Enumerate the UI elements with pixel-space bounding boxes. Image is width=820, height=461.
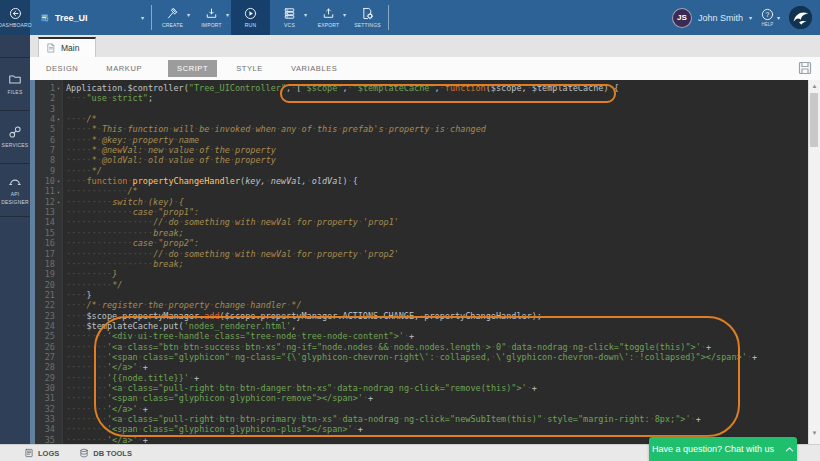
fold-marker-icon[interactable]: ▾ — [55, 187, 62, 197]
fold-marker-icon[interactable]: ▾ — [55, 83, 62, 93]
line-number[interactable]: 14 — [35, 217, 62, 227]
line-number[interactable]: 2 — [35, 93, 62, 103]
code-line[interactable]: 33········'<a·class="pull-right·btn·btn-… — [35, 414, 809, 424]
code-line[interactable]: 6·····*·@key:·property·name — [35, 135, 809, 145]
save-button[interactable] — [797, 60, 813, 80]
line-number[interactable]: 32 — [35, 404, 62, 414]
toolbar-button-settings[interactable]: SETTINGS — [348, 0, 387, 35]
code-line[interactable]: 10▾····function·propertyChangeHandler(ke… — [35, 176, 809, 186]
line-number[interactable]: 6 — [35, 135, 62, 145]
line-number[interactable]: 11▾ — [35, 186, 62, 196]
line-number[interactable]: 5 — [35, 124, 62, 134]
toolbar-button-export[interactable]: EXPORT▾ — [309, 0, 348, 35]
line-number[interactable]: 12▾ — [35, 197, 62, 207]
line-number[interactable]: 4▾ — [35, 114, 62, 124]
code-line[interactable]: 34········'<span·class="glyphicon·glyphi… — [35, 424, 809, 434]
code-line[interactable]: 27········'<span·class="glyphicon"·ng-cl… — [35, 352, 809, 362]
code-line[interactable]: 18·················break; — [35, 259, 809, 269]
line-number[interactable]: 24 — [35, 321, 62, 331]
code-line[interactable]: 8·····*·@oldVal:·old·value·of·the·proper… — [35, 155, 809, 165]
code-line[interactable]: 19·········} — [35, 269, 809, 279]
code-line[interactable]: 22····/*·register·the·property·change·ha… — [35, 300, 809, 310]
code-line[interactable]: 30········'<a·class="pull-right·btn·btn-… — [35, 383, 809, 393]
line-number[interactable]: 28 — [35, 362, 62, 372]
line-number[interactable]: 21 — [35, 290, 62, 300]
code-line[interactable]: 14·················//·do·something·with·… — [35, 217, 809, 227]
line-number[interactable]: 27 — [35, 352, 62, 362]
editor-scrollbar[interactable]: ▲ ▼ — [808, 80, 820, 444]
tab-main[interactable]: Main — [38, 37, 96, 57]
line-number[interactable]: 34 — [35, 424, 62, 434]
line-number[interactable]: 3 — [35, 104, 62, 114]
code-line[interactable]: 29········'{{node.title}}'·+ — [35, 373, 809, 383]
help-menu[interactable]: ? HELP ▾ — [761, 8, 780, 27]
line-number[interactable]: 25 — [35, 331, 62, 341]
line-number[interactable]: 35 — [35, 435, 62, 444]
code-line[interactable]: 23····$scope.propertyManager.add($scope.… — [35, 311, 809, 321]
user-menu[interactable]: JS John Smith ▾ — [672, 8, 752, 28]
code-line[interactable]: 31········'<span·class="glyphicon·glyphi… — [35, 393, 809, 403]
toolbar-button-vcs[interactable]: VCS▾ — [270, 0, 309, 35]
code-line[interactable]: 5·····*·This·function·will·be·invoked·wh… — [35, 124, 809, 134]
code-line[interactable]: 21····} — [35, 290, 809, 300]
code-line[interactable]: 11▾············/* — [35, 186, 809, 196]
toolbar-button-run[interactable]: RUN — [231, 0, 270, 35]
code-line[interactable]: 17·················//·do·something·with·… — [35, 249, 809, 259]
scrollbar-thumb[interactable] — [810, 93, 818, 147]
code-line[interactable]: 16·············case·"prop2": — [35, 238, 809, 248]
subtab-script[interactable]: SCRIPT — [168, 60, 217, 77]
code-editor[interactable]: 1▾Application.$controller("Tree_UIContro… — [30, 80, 820, 444]
code-line[interactable]: 13·············case·"prop1": — [35, 207, 809, 217]
statusbar-item-db-tools[interactable]: DB TOOLS — [79, 448, 132, 458]
line-number[interactable]: 23 — [35, 311, 62, 321]
toolbar-button-import[interactable]: IMPORT▾ — [192, 0, 231, 35]
scroll-down-icon[interactable]: ▼ — [809, 428, 820, 438]
line-number[interactable]: 10▾ — [35, 176, 62, 186]
line-number[interactable]: 29 — [35, 373, 62, 383]
fold-marker-icon[interactable]: ▾ — [55, 197, 62, 207]
code-line[interactable]: 2····"use·strict"; — [35, 93, 809, 103]
line-number[interactable]: 13 — [35, 207, 62, 217]
line-number[interactable]: 1▾ — [35, 83, 62, 93]
code-line[interactable]: 15·················break; — [35, 228, 809, 238]
subtab-variables[interactable]: VARIABLES — [289, 60, 340, 77]
subtab-design[interactable]: DESIGN — [44, 60, 80, 77]
chat-widget-button[interactable]: Have a question? Chat with us — [649, 437, 797, 461]
code-line[interactable]: 26········'<a·class="btn·btn-success·btn… — [35, 342, 809, 352]
code-line[interactable]: 24····$templateCache.put('nodes_renderer… — [35, 321, 809, 331]
code-line[interactable]: 9·····*/ — [35, 166, 809, 176]
dashboard-button[interactable]: DASHBOARD — [0, 0, 30, 35]
line-number[interactable]: 18 — [35, 259, 62, 269]
fold-marker-icon[interactable]: ▾ — [55, 114, 62, 124]
sidebar-item-api-designer[interactable]: API DESIGNER — [0, 164, 30, 217]
line-number[interactable]: 19 — [35, 269, 62, 279]
line-number[interactable]: 22 — [35, 300, 62, 310]
code-line[interactable]: 7·····*·@newVal:·new·value·of·the·proper… — [35, 145, 809, 155]
line-number[interactable]: 16 — [35, 238, 62, 248]
code-line[interactable]: 32········'</a>'·+ — [35, 404, 809, 414]
project-selector[interactable]: Tree_UI ▾ — [30, 0, 150, 35]
line-number[interactable]: 7 — [35, 145, 62, 155]
sidebar-item-files[interactable]: FILES — [0, 57, 30, 111]
subtab-style[interactable]: STYLE — [234, 60, 265, 77]
code-line[interactable]: 3 — [35, 104, 809, 114]
code-line[interactable]: 20·········*/ — [35, 280, 809, 290]
line-number[interactable]: 15 — [35, 228, 62, 238]
line-number[interactable]: 33 — [35, 414, 62, 424]
code-line[interactable]: 12▾·········switch·(key)·{ — [35, 197, 809, 207]
code-line[interactable]: 25········'<div·ui-tree-handle·class="tr… — [35, 331, 809, 341]
code-line[interactable]: 4▾····/* — [35, 114, 809, 124]
code-line[interactable]: 28········'</a>'·+ — [35, 362, 809, 372]
line-number[interactable]: 31 — [35, 393, 62, 403]
statusbar-item-logs[interactable]: LOGS — [24, 448, 59, 458]
code-line[interactable]: 1▾Application.$controller("Tree_UIContro… — [35, 83, 809, 93]
scroll-up-icon[interactable]: ▲ — [809, 81, 820, 91]
toolbar-button-create[interactable]: CREATE▾ — [153, 0, 192, 35]
line-number[interactable]: 9 — [35, 166, 62, 176]
line-number[interactable]: 26 — [35, 342, 62, 352]
line-number[interactable]: 8 — [35, 155, 62, 165]
line-number[interactable]: 20 — [35, 280, 62, 290]
subtab-markup[interactable]: MARKUP — [104, 60, 144, 77]
line-number[interactable]: 17 — [35, 249, 62, 259]
fold-marker-icon[interactable]: ▾ — [55, 176, 62, 186]
